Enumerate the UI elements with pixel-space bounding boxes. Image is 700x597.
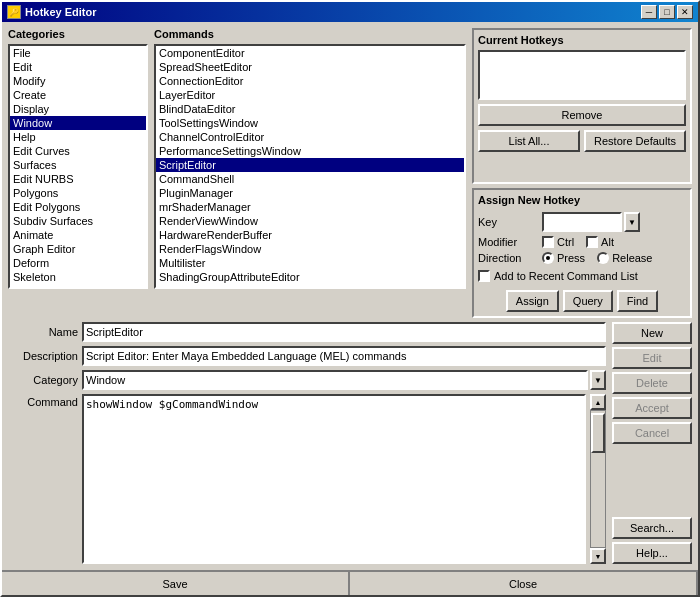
scroll-thumb[interactable] <box>591 413 605 453</box>
key-row: Key ▼ <box>478 212 686 232</box>
command-item[interactable]: ComponentEditor <box>156 46 464 60</box>
categories-label: Categories <box>8 28 148 40</box>
query-button[interactable]: Query <box>563 290 613 312</box>
direction-radios: Press Release <box>542 252 652 264</box>
ctrl-checkbox[interactable] <box>542 236 554 248</box>
list-all-button[interactable]: List All... <box>478 130 580 152</box>
command-item[interactable]: PerformanceSettingsWindow <box>156 144 464 158</box>
name-label: Name <box>8 326 78 338</box>
scroll-down-button[interactable]: ▼ <box>590 548 606 564</box>
category-item[interactable]: Skin <box>10 284 146 289</box>
delete-button[interactable]: Delete <box>612 372 692 394</box>
search-button[interactable]: Search... <box>612 517 692 539</box>
edit-button[interactable]: Edit <box>612 347 692 369</box>
command-item[interactable]: ToolSettingsWindow <box>156 116 464 130</box>
command-item[interactable]: Multilister <box>156 256 464 270</box>
command-item[interactable]: SpreadSheetEditor <box>156 60 464 74</box>
assign-hotkey-title: Assign New Hotkey <box>478 194 686 206</box>
command-item[interactable]: ShadingGroupAttributeEditor <box>156 270 464 284</box>
command-item[interactable]: RenderFlagsWindow <box>156 242 464 256</box>
key-dropdown-button[interactable]: ▼ <box>624 212 640 232</box>
press-radio-item: Press <box>542 252 585 264</box>
category-item[interactable]: Surfaces <box>10 158 146 172</box>
add-recent-label: Add to Recent Command List <box>494 270 638 282</box>
command-item[interactable]: LayerEditor <box>156 88 464 102</box>
release-label: Release <box>612 252 652 264</box>
command-item[interactable]: ConnectionEditor <box>156 74 464 88</box>
key-label: Key <box>478 216 538 228</box>
command-item[interactable]: PluginManager <box>156 186 464 200</box>
commands-label: Commands <box>154 28 466 40</box>
command-textarea[interactable] <box>82 394 586 564</box>
category-item[interactable]: Skeleton <box>10 270 146 284</box>
category-item[interactable]: Edit <box>10 60 146 74</box>
category-item[interactable]: Help <box>10 130 146 144</box>
category-item[interactable]: Subdiv Surfaces <box>10 214 146 228</box>
modifier-label: Modifier <box>478 236 538 248</box>
categories-listbox[interactable]: FileEditModifyCreateDisplayWindowHelpEdi… <box>8 44 148 289</box>
scroll-up-button[interactable]: ▲ <box>590 394 606 410</box>
command-item[interactable]: CommandShell <box>156 172 464 186</box>
close-label[interactable]: Close <box>509 578 537 590</box>
key-input[interactable] <box>542 212 622 232</box>
category-item[interactable]: File <box>10 46 146 60</box>
category-select[interactable]: Window <box>82 370 588 390</box>
title-bar: 🔑 Hotkey Editor ─ □ ✕ <box>2 2 698 22</box>
alt-checkbox[interactable] <box>586 236 598 248</box>
category-item[interactable]: Animate <box>10 228 146 242</box>
category-dropdown-button[interactable]: ▼ <box>590 370 606 390</box>
category-item[interactable]: Window <box>10 116 146 130</box>
command-item[interactable]: HardwareRenderBuffer <box>156 228 464 242</box>
command-item[interactable]: mrShaderManager <box>156 200 464 214</box>
category-item[interactable]: Polygons <box>10 186 146 200</box>
category-label: Category <box>8 374 78 386</box>
hotkey-form: Key ▼ Modifier <box>478 212 686 312</box>
release-radio[interactable] <box>597 252 609 264</box>
save-status[interactable]: Save <box>2 572 350 595</box>
accept-button[interactable]: Accept <box>612 397 692 419</box>
close-button[interactable]: ✕ <box>677 5 693 19</box>
close-status[interactable]: Close <box>350 572 698 595</box>
command-item[interactable]: RenderViewWindow <box>156 214 464 228</box>
add-recent-checkbox[interactable] <box>478 270 490 282</box>
cancel-button[interactable]: Cancel <box>612 422 692 444</box>
command-item[interactable]: ChannelControlEditor <box>156 130 464 144</box>
bottom-section: Name Description Category Window ▼ <box>8 322 692 564</box>
category-item[interactable]: Display <box>10 102 146 116</box>
category-item[interactable]: Deform <box>10 256 146 270</box>
new-button[interactable]: New <box>612 322 692 344</box>
category-item[interactable]: Graph Editor <box>10 242 146 256</box>
save-label[interactable]: Save <box>162 578 187 590</box>
command-area: Command ▲ ▼ <box>8 394 606 564</box>
bottom-right-buttons: New Edit Delete Accept Cancel Search... … <box>612 322 692 564</box>
commands-panel: Commands ComponentEditorSpreadSheetEdito… <box>154 28 466 318</box>
assign-button[interactable]: Assign <box>506 290 559 312</box>
command-item[interactable]: ScriptEditor <box>156 158 464 172</box>
maximize-button[interactable]: □ <box>659 5 675 19</box>
window-icon: 🔑 <box>7 5 21 19</box>
category-item[interactable]: Edit NURBS <box>10 172 146 186</box>
categories-panel: Categories FileEditModifyCreateDisplayWi… <box>8 28 148 318</box>
name-input[interactable] <box>82 322 606 342</box>
help-button[interactable]: Help... <box>612 542 692 564</box>
restore-defaults-button[interactable]: Restore Defaults <box>584 130 686 152</box>
description-input[interactable] <box>82 346 606 366</box>
category-item[interactable]: Edit Curves <box>10 144 146 158</box>
press-label: Press <box>557 252 585 264</box>
title-buttons: ─ □ ✕ <box>641 5 693 19</box>
category-item[interactable]: Modify <box>10 74 146 88</box>
category-row: Category Window ▼ <box>8 370 606 390</box>
press-radio[interactable] <box>542 252 554 264</box>
direction-label: Direction <box>478 252 538 264</box>
category-item[interactable]: Edit Polygons <box>10 200 146 214</box>
category-item[interactable]: Create <box>10 88 146 102</box>
command-item[interactable]: BlindDataEditor <box>156 102 464 116</box>
name-row: Name <box>8 322 606 342</box>
minimize-button[interactable]: ─ <box>641 5 657 19</box>
modifier-row: Modifier Ctrl Alt <box>478 236 686 248</box>
remove-button[interactable]: Remove <box>478 104 686 126</box>
current-hotkeys-panel: Current Hotkeys Remove List All... Resto… <box>472 28 692 184</box>
commands-listbox[interactable]: ComponentEditorSpreadSheetEditorConnecti… <box>154 44 466 289</box>
command-item[interactable]: GraphEditor <box>156 284 464 289</box>
find-button[interactable]: Find <box>617 290 658 312</box>
